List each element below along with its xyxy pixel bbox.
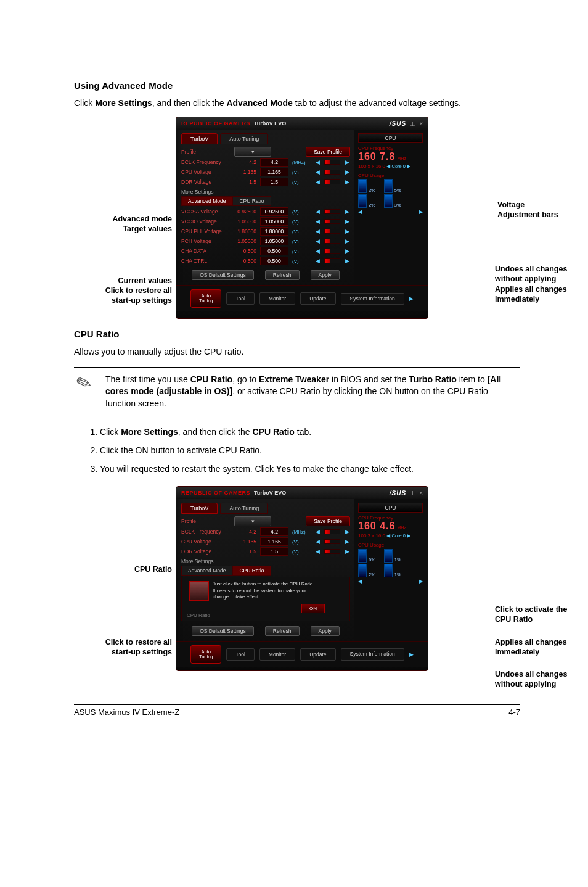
adjust-slider[interactable] <box>324 229 340 234</box>
slider-left-icon[interactable]: ◀ <box>314 218 321 225</box>
row-target-input[interactable]: 0.500 <box>260 257 288 265</box>
adjust-slider[interactable] <box>324 549 340 554</box>
save-profile-button[interactable]: Save Profile <box>306 147 350 157</box>
nav-monitor[interactable]: Monitor <box>259 292 295 305</box>
row-current: 1.5 <box>234 179 256 185</box>
usage-nav-right[interactable]: ▶ <box>419 209 423 215</box>
refresh-button[interactable]: Refresh <box>265 270 300 280</box>
tab-auto-tuning[interactable]: Auto Tuning <box>220 503 268 514</box>
nav-update[interactable]: Update <box>300 292 335 305</box>
subtab-advanced-mode[interactable]: Advanced Mode <box>181 566 232 576</box>
slider-left-icon[interactable]: ◀ <box>314 548 321 555</box>
adjust-slider[interactable] <box>324 219 340 224</box>
profile-dropdown[interactable]: ▾ <box>234 147 271 157</box>
adjust-slider[interactable] <box>324 249 340 254</box>
row-target-input[interactable]: 1.5 <box>260 178 288 186</box>
usage-nav-right[interactable]: ▶ <box>419 579 423 584</box>
label-more-settings[interactable]: More Settings <box>181 558 350 564</box>
row-target-input[interactable]: 1.05000 <box>260 217 288 226</box>
row-target-input[interactable]: 0.500 <box>260 247 288 255</box>
row-target-input[interactable]: 4.2 <box>260 527 288 536</box>
auto-tuning-button[interactable]: Auto Tuning <box>190 645 221 664</box>
core-nav-left[interactable]: ◀ <box>386 163 390 169</box>
usage-nav-left[interactable]: ◀ <box>358 579 362 584</box>
slider-left-icon[interactable]: ◀ <box>314 248 321 254</box>
subtab-cpu-ratio[interactable]: CPU Ratio <box>232 566 271 576</box>
row-target-input[interactable]: 4.2 <box>260 158 288 167</box>
nav-monitor[interactable]: Monitor <box>259 648 295 661</box>
row-target-input[interactable]: 1.165 <box>260 537 288 546</box>
slider-left-icon[interactable]: ◀ <box>314 169 321 175</box>
subtab-advanced-mode[interactable]: Advanced Mode <box>181 196 232 206</box>
slider-right-icon[interactable]: ▶ <box>344 159 350 165</box>
adjust-slider[interactable] <box>324 239 340 244</box>
os-default-button[interactable]: OS Default Settings <box>192 626 254 636</box>
slider-left-icon[interactable]: ◀ <box>314 159 321 165</box>
value-row: PCH Voltage 1.05000 1.05000 (V) ◀ ▶ <box>181 237 350 245</box>
nav-system-information[interactable]: System Information <box>341 648 404 660</box>
row-target-input[interactable]: 1.5 <box>260 547 288 556</box>
nav-tool[interactable]: Tool <box>226 292 255 305</box>
profile-dropdown[interactable]: ▾ <box>234 516 271 526</box>
row-unit: (V) <box>292 239 311 244</box>
apply-button[interactable]: Apply <box>311 626 340 636</box>
nav-system-information[interactable]: System Information <box>341 293 404 305</box>
row-target-input[interactable]: 1.05000 <box>260 237 288 245</box>
adjust-slider[interactable] <box>324 539 340 544</box>
adjust-slider[interactable] <box>324 160 340 165</box>
adjust-slider[interactable] <box>324 209 340 214</box>
usage-nav-left[interactable]: ◀ <box>358 209 362 215</box>
slider-left-icon[interactable]: ◀ <box>314 238 321 244</box>
adjust-slider[interactable] <box>324 258 340 263</box>
slider-right-icon[interactable]: ▶ <box>344 248 350 254</box>
os-default-button[interactable]: OS Default Settings <box>192 270 254 280</box>
row-target-input[interactable]: 0.92500 <box>260 207 288 216</box>
slider-left-icon[interactable]: ◀ <box>314 208 321 215</box>
pin-icon[interactable]: ⊥ <box>410 490 415 497</box>
pin-icon[interactable]: ⊥ <box>410 120 415 127</box>
cpu-section-button[interactable]: CPU <box>358 503 423 513</box>
core-nav-left[interactable]: ◀ <box>386 533 390 538</box>
adjust-slider[interactable] <box>324 170 340 175</box>
slider-right-icon[interactable]: ▶ <box>344 238 350 244</box>
tab-auto-tuning[interactable]: Auto Tuning <box>220 133 268 144</box>
slider-left-icon[interactable]: ◀ <box>314 258 321 264</box>
row-target-input[interactable]: 1.165 <box>260 168 288 176</box>
tab-turbov[interactable]: TurboV <box>181 133 218 144</box>
adjust-slider[interactable] <box>324 179 340 184</box>
slider-left-icon[interactable]: ◀ <box>314 529 321 535</box>
label-more-settings[interactable]: More Settings <box>181 189 350 195</box>
nav-tool[interactable]: Tool <box>226 648 255 661</box>
slider-left-icon[interactable]: ◀ <box>314 228 321 234</box>
slider-right-icon[interactable]: ▶ <box>344 228 350 234</box>
callout-click-activate: Click to activate the CPU Ratio <box>495 605 571 624</box>
core-nav-right[interactable]: ▶ <box>407 163 410 169</box>
refresh-button[interactable]: Refresh <box>265 626 300 636</box>
footer-nav-right[interactable]: ▶ <box>409 295 414 302</box>
close-icon[interactable]: × <box>419 490 423 497</box>
slider-right-icon[interactable]: ▶ <box>344 538 350 545</box>
slider-right-icon[interactable]: ▶ <box>344 169 350 175</box>
callout-click-restore-2: Click to restore all start-up settings <box>102 638 172 657</box>
footer-nav-right[interactable]: ▶ <box>409 651 414 658</box>
slider-right-icon[interactable]: ▶ <box>344 218 350 225</box>
slider-right-icon[interactable]: ▶ <box>344 529 350 535</box>
slider-right-icon[interactable]: ▶ <box>344 548 350 555</box>
adjust-slider[interactable] <box>324 529 340 534</box>
apply-button[interactable]: Apply <box>311 270 340 280</box>
subtab-cpu-ratio[interactable]: CPU Ratio <box>232 196 271 206</box>
cpu-ratio-on-button[interactable]: ON <box>301 604 325 613</box>
slider-right-icon[interactable]: ▶ <box>344 179 350 185</box>
tab-turbov[interactable]: TurboV <box>181 503 218 514</box>
close-icon[interactable]: × <box>419 120 423 127</box>
nav-update[interactable]: Update <box>300 648 335 661</box>
auto-tuning-button[interactable]: Auto Tuning <box>190 289 221 308</box>
cpu-section-button[interactable]: CPU <box>358 133 423 143</box>
row-target-input[interactable]: 1.80000 <box>260 227 288 236</box>
save-profile-button[interactable]: Save Profile <box>306 516 350 526</box>
slider-right-icon[interactable]: ▶ <box>344 258 350 264</box>
slider-left-icon[interactable]: ◀ <box>314 179 321 185</box>
slider-right-icon[interactable]: ▶ <box>344 208 350 215</box>
slider-left-icon[interactable]: ◀ <box>314 538 321 545</box>
core-nav-right[interactable]: ▶ <box>407 533 410 538</box>
